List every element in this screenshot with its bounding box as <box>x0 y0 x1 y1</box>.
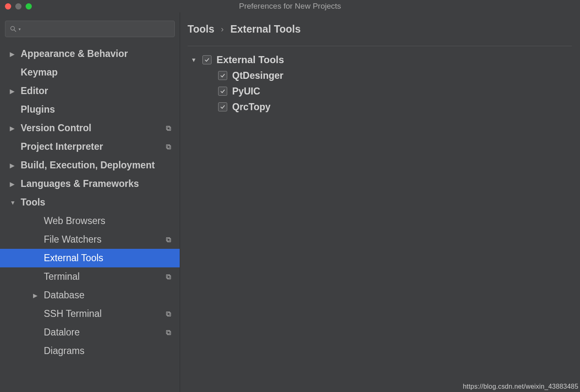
search-icon <box>10 25 17 33</box>
watermark: https://blog.csdn.net/weixin_43883485 <box>463 383 578 390</box>
sidebar-item-label: External Tools <box>44 253 103 264</box>
svg-rect-11 <box>166 312 170 315</box>
sidebar-item-label: Tools <box>21 197 45 208</box>
svg-rect-12 <box>167 331 171 335</box>
tool-row[interactable]: QrcTopy <box>188 99 572 115</box>
sidebar-item-label: Terminal <box>44 271 80 282</box>
sidebar-item-label: Diagrams <box>44 345 84 357</box>
svg-rect-6 <box>167 239 171 242</box>
sidebar-item[interactable]: File Watchers <box>0 230 180 249</box>
svg-rect-13 <box>166 330 170 333</box>
sidebar-item[interactable]: Web Browsers <box>0 212 180 230</box>
project-level-icon <box>165 329 172 336</box>
tool-checkbox[interactable] <box>218 102 227 111</box>
sidebar-item[interactable]: ▶Languages & Frameworks <box>0 175 180 193</box>
sidebar-item-label: Project Interpreter <box>21 141 103 152</box>
tool-row[interactable]: PyUIC <box>188 83 572 99</box>
sidebar-item-label: Version Control <box>21 123 91 134</box>
sidebar-item-label: File Watchers <box>44 234 102 245</box>
tool-name: QtDesinger <box>232 70 283 81</box>
chevron-right-icon[interactable]: ▶ <box>10 181 21 187</box>
svg-rect-7 <box>166 237 170 241</box>
sidebar-item[interactable]: ▶Database <box>0 286 180 305</box>
sidebar-item[interactable]: Datalore <box>0 323 180 342</box>
group-checkbox[interactable] <box>202 55 212 64</box>
tool-checkbox[interactable] <box>218 87 227 96</box>
search-dropdown-icon[interactable]: ▾ <box>19 27 21 31</box>
svg-point-0 <box>11 26 14 30</box>
tool-name: QrcTopy <box>232 102 271 113</box>
sidebar-item[interactable]: SSH Terminal <box>0 305 180 323</box>
sidebar-item-label: Web Browsers <box>44 215 105 227</box>
svg-rect-10 <box>167 313 171 316</box>
sidebar-item[interactable]: Keymap <box>0 63 180 82</box>
sidebar-item[interactable]: Plugins <box>0 100 180 119</box>
sidebar-item[interactable]: ▶Editor <box>0 82 180 100</box>
group-label: External Tools <box>216 54 284 66</box>
window-title: Preferences for New Projects <box>0 2 580 11</box>
main-split: ▾ ▶Appearance & BehaviorKeymap▶EditorPlu… <box>0 12 580 392</box>
sidebar-item-label: Appearance & Behavior <box>21 48 128 59</box>
tool-name: PyUIC <box>232 86 260 97</box>
svg-rect-2 <box>167 127 171 130</box>
sidebar-item[interactable]: ▶Build, Execution, Deployment <box>0 156 180 175</box>
chevron-right-icon[interactable]: ▶ <box>10 162 21 169</box>
content-panel: Tools › External Tools ▼ External Tools … <box>180 12 580 392</box>
sidebar-item-label: Editor <box>21 85 48 97</box>
breadcrumb: Tools › External Tools <box>188 23 572 46</box>
search-row: ▾ <box>0 21 180 43</box>
search-input[interactable] <box>22 25 170 33</box>
search-box[interactable]: ▾ <box>5 21 175 37</box>
sidebar-item[interactable]: ▶Version Control <box>0 119 180 137</box>
chevron-right-icon[interactable]: ▶ <box>33 292 44 299</box>
chevron-down-icon[interactable]: ▼ <box>190 57 197 63</box>
sidebar-item-label: Build, Execution, Deployment <box>21 160 155 171</box>
breadcrumb-root[interactable]: Tools <box>188 23 214 35</box>
chevron-down-icon[interactable]: ▼ <box>10 199 21 206</box>
svg-rect-9 <box>166 274 170 278</box>
chevron-right-icon[interactable]: ▶ <box>10 88 21 94</box>
sidebar-item[interactable]: Terminal <box>0 267 180 286</box>
close-window-button[interactable] <box>5 3 11 9</box>
sidebar: ▾ ▶Appearance & BehaviorKeymap▶EditorPlu… <box>0 12 180 392</box>
tool-row[interactable]: QtDesinger <box>188 68 572 83</box>
external-tools-panel: ▼ External Tools QtDesingerPyUICQrcTopy <box>188 46 572 115</box>
project-level-icon <box>165 143 172 151</box>
zoom-window-button[interactable] <box>26 3 32 9</box>
project-level-icon <box>165 273 172 281</box>
breadcrumb-separator-icon: › <box>221 24 224 34</box>
titlebar: Preferences for New Projects <box>0 0 580 12</box>
sidebar-item-label: Languages & Frameworks <box>21 178 139 189</box>
sidebar-item[interactable]: Project Interpreter <box>0 137 180 156</box>
sidebar-item-label: Keymap <box>21 67 57 78</box>
tool-checkbox[interactable] <box>218 71 227 80</box>
window-controls <box>5 3 32 9</box>
sidebar-item[interactable]: ▶Appearance & Behavior <box>0 45 180 63</box>
svg-rect-8 <box>167 276 171 279</box>
project-level-icon <box>165 310 172 318</box>
svg-rect-5 <box>166 144 170 148</box>
project-level-icon <box>165 236 172 243</box>
sidebar-item-label: Datalore <box>44 327 80 338</box>
settings-tree: ▶Appearance & BehaviorKeymap▶EditorPlugi… <box>0 43 180 392</box>
project-level-icon <box>165 125 172 132</box>
external-tools-group-row[interactable]: ▼ External Tools <box>188 52 572 68</box>
chevron-right-icon[interactable]: ▶ <box>10 125 21 132</box>
chevron-right-icon[interactable]: ▶ <box>10 51 21 57</box>
sidebar-item[interactable]: ▼Tools <box>0 193 180 212</box>
svg-rect-4 <box>167 146 171 149</box>
sidebar-item[interactable]: External Tools <box>0 249 180 267</box>
sidebar-item[interactable]: Diagrams <box>0 342 180 360</box>
svg-rect-3 <box>166 126 170 129</box>
sidebar-item-label: Plugins <box>21 104 55 115</box>
sidebar-item-label: SSH Terminal <box>44 308 102 319</box>
sidebar-item-label: Database <box>44 290 84 301</box>
breadcrumb-current: External Tools <box>230 23 300 35</box>
tools-list: QtDesingerPyUICQrcTopy <box>188 68 572 115</box>
minimize-window-button[interactable] <box>15 3 21 9</box>
svg-line-1 <box>14 30 16 32</box>
